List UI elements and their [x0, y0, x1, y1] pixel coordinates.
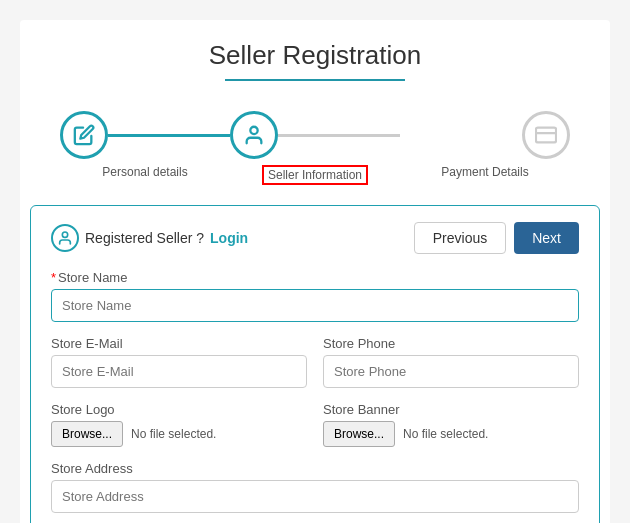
store-banner-no-file: No file selected.	[403, 427, 488, 441]
connector-1	[108, 134, 230, 137]
steps-container: Personal details Seller Information	[20, 101, 610, 205]
store-logo-file: Browse... No file selected.	[51, 421, 307, 447]
store-banner-browse-button[interactable]: Browse...	[323, 421, 395, 447]
step-circle-seller	[230, 111, 278, 159]
store-logo-field: Store Logo Browse... No file selected.	[51, 402, 307, 447]
store-email-input[interactable]	[51, 355, 307, 388]
store-name-input[interactable]	[51, 289, 579, 322]
edit-icon	[73, 124, 95, 146]
credit-card-icon	[535, 124, 557, 146]
connector-2	[278, 134, 400, 137]
page-title: Seller Registration	[20, 20, 610, 79]
store-logo-browse-button[interactable]: Browse...	[51, 421, 123, 447]
svg-point-3	[62, 232, 67, 237]
store-banner-label: Store Banner	[323, 402, 579, 417]
login-link[interactable]: Login	[210, 230, 248, 246]
seller-info-highlight: Seller Information	[262, 165, 368, 185]
svg-rect-1	[536, 128, 556, 143]
store-address-input[interactable]	[51, 480, 579, 513]
store-name-label: *Store Name	[51, 270, 579, 285]
store-name-field: *Store Name	[51, 270, 579, 322]
store-banner-field: Store Banner Browse... No file selected.	[323, 402, 579, 447]
registered-seller-section: Registered Seller ? Login	[51, 224, 248, 252]
store-banner-file: Browse... No file selected.	[323, 421, 579, 447]
card-header: Registered Seller ? Login Previous Next	[51, 222, 579, 254]
step-circle-payment	[522, 111, 570, 159]
store-phone-input[interactable]	[323, 355, 579, 388]
page-container: Seller Registration Personal details	[20, 20, 610, 523]
step-personal-details: Personal details	[60, 111, 230, 179]
header-buttons: Previous Next	[414, 222, 579, 254]
previous-button[interactable]: Previous	[414, 222, 506, 254]
registered-seller-person-icon	[57, 230, 73, 246]
step-label-personal: Personal details	[102, 165, 187, 179]
step-seller-information: Seller Information	[230, 111, 400, 185]
step-label-payment: Payment Details	[441, 165, 528, 179]
store-email-field: Store E-Mail	[51, 336, 307, 388]
store-phone-field: Store Phone	[323, 336, 579, 388]
svg-point-0	[250, 127, 257, 134]
registered-seller-icon-circle	[51, 224, 79, 252]
person-icon	[243, 124, 265, 146]
store-email-label: Store E-Mail	[51, 336, 307, 351]
required-star: *	[51, 270, 56, 285]
logo-banner-row: Store Logo Browse... No file selected. S…	[51, 402, 579, 447]
email-phone-row: Store E-Mail Store Phone	[51, 336, 579, 388]
registered-seller-text: Registered Seller ?	[85, 230, 204, 246]
store-phone-label: Store Phone	[323, 336, 579, 351]
step-circle-personal	[60, 111, 108, 159]
store-address-field: Store Address	[51, 461, 579, 513]
store-address-label: Store Address	[51, 461, 579, 476]
store-logo-label: Store Logo	[51, 402, 307, 417]
store-logo-no-file: No file selected.	[131, 427, 216, 441]
title-underline	[225, 79, 405, 81]
step-payment-details: Payment Details	[400, 111, 570, 179]
step-label-seller: Seller Information	[262, 165, 368, 185]
next-button[interactable]: Next	[514, 222, 579, 254]
form-card: Registered Seller ? Login Previous Next …	[30, 205, 600, 523]
